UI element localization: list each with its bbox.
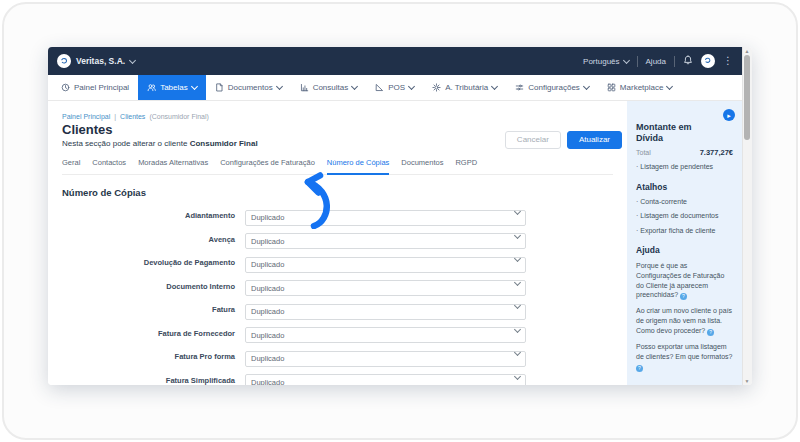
nav-item-label: Configurações	[528, 83, 580, 92]
company-menu[interactable]: Veritas, S.A.	[57, 54, 135, 68]
nav-item-a-tributaria[interactable]: A. Tributária	[423, 75, 506, 100]
form-row: Fatura SimplificadaDuplicado	[62, 371, 613, 386]
chevron-down-icon	[191, 83, 198, 90]
help-item[interactable]: Porque é que as Configurações de Faturaç…	[636, 261, 733, 300]
breadcrumb-current[interactable]: Clientes	[120, 113, 145, 120]
divider	[674, 56, 675, 67]
form-row: AdiantamentoDuplicado	[62, 206, 613, 226]
nav-item-tabelas[interactable]: Tabelas	[138, 75, 206, 100]
fatura-select[interactable]: Duplicado	[245, 304, 526, 320]
window-scrollbar[interactable]: ▲ ▼	[742, 47, 752, 385]
shortcut-link[interactable]: Conta-corrente	[636, 197, 733, 206]
chevron-down-icon	[583, 83, 590, 90]
chart-icon	[300, 83, 309, 92]
app-window: Veritas, S.A. Português Ajuda ⋮	[48, 47, 752, 385]
breadcrumb-home[interactable]: Painel Principal	[62, 113, 110, 120]
form-row: Fatura de FornecedorDuplicado	[62, 324, 613, 344]
main-nav: Painel PrincipalTabelasDocumentosConsult…	[48, 75, 742, 101]
nav-item-label: Consultas	[313, 83, 349, 92]
nav-item-label: Documentos	[228, 83, 273, 92]
fatura-pro-forma-select[interactable]: Duplicado	[245, 351, 526, 367]
tab-moradas-alternativas[interactable]: Moradas Alternativas	[138, 155, 208, 174]
shortcut-link[interactable]: Listagem de documentos	[636, 211, 733, 220]
help-item-text: Posso exportar uma listagem de clientes?…	[636, 343, 733, 360]
fatura-de-fornecedor-select-wrap: Duplicado	[245, 324, 526, 344]
chevron-down-icon	[276, 83, 283, 90]
language-selector[interactable]: Português	[583, 57, 628, 66]
form-row: Fatura Pro formaDuplicado	[62, 347, 613, 367]
divider	[637, 56, 638, 67]
breadcrumb-suffix: (Consumidor Final)	[149, 113, 209, 120]
content: Painel Principal | Clientes (Consumidor …	[48, 101, 742, 385]
nav-item-label: Marketplace	[620, 83, 664, 92]
scroll-down-icon[interactable]: ▼	[743, 378, 751, 384]
field-label-fatura: Fatura	[115, 305, 235, 314]
tax-icon	[432, 83, 441, 92]
pos-icon	[375, 83, 384, 92]
pending-list-link[interactable]: Listagem de pendentes	[636, 162, 733, 171]
shortcut-link[interactable]: Exportar ficha de cliente	[636, 226, 733, 235]
nav-item-configuracoes[interactable]: Configurações	[506, 75, 598, 100]
fatura-de-fornecedor-select[interactable]: Duplicado	[245, 327, 526, 343]
notifications-button[interactable]	[683, 55, 693, 67]
tab-geral[interactable]: Geral	[62, 155, 80, 174]
nav-item-consultas[interactable]: Consultas	[291, 75, 367, 100]
section-title: Número de Cópias	[62, 187, 613, 198]
scrollbar-thumb[interactable]	[744, 55, 750, 140]
fatura-simplificada-select[interactable]: Duplicado	[245, 374, 526, 385]
veritas-logo-icon	[57, 54, 71, 68]
nav-item-painel-principal[interactable]: Painel Principal	[52, 75, 138, 100]
nav-item-marketplace[interactable]: Marketplace	[598, 75, 682, 100]
tab-contactos[interactable]: Contactos	[92, 155, 126, 174]
chevron-down-icon	[408, 83, 415, 90]
form-row: FaturaDuplicado	[62, 300, 613, 320]
tab-numero-de-copias[interactable]: Número de Cópias	[327, 155, 390, 175]
tab-rgpd[interactable]: RGPD	[455, 155, 477, 174]
shortcut-links: Conta-correnteListagem de documentosExpo…	[636, 197, 733, 235]
question-icon: ?	[707, 329, 714, 336]
field-label-avenca: Avença	[115, 235, 235, 244]
tab-configuracoes-de-faturacao[interactable]: Configurações de Faturação	[220, 155, 315, 174]
documento-interno-select[interactable]: Duplicado	[245, 280, 526, 296]
language-label: Português	[583, 57, 619, 66]
field-label-fatura-pro-forma: Fatura Pro forma	[115, 352, 235, 361]
debt-total-label: Total	[636, 149, 651, 156]
update-button[interactable]: Atualizar	[567, 131, 622, 149]
tab-documentos[interactable]: Documentos	[401, 155, 443, 174]
main-panel: Painel Principal | Clientes (Consumidor …	[48, 101, 627, 385]
nav-item-label: Painel Principal	[74, 83, 129, 92]
marketplace-icon	[607, 83, 616, 92]
bell-icon	[683, 55, 693, 65]
company-name: Veritas, S.A.	[76, 56, 125, 66]
breadcrumb: Painel Principal | Clientes (Consumidor …	[62, 113, 613, 120]
help-item[interactable]: Posso exportar uma listagem de clientes?…	[636, 342, 733, 372]
debt-total-value: 7.377,27€	[700, 148, 733, 157]
field-label-documento-interno: Documento Interno	[115, 282, 235, 291]
window-main: Veritas, S.A. Português Ajuda ⋮	[48, 47, 742, 385]
debt-title: Montante em Dívida	[636, 122, 698, 143]
settings-icon	[515, 83, 524, 92]
debt-total-row: Total 7.377,27€	[636, 148, 733, 157]
nav-item-documentos[interactable]: Documentos	[206, 75, 291, 100]
avenca-select[interactable]: Duplicado	[245, 233, 526, 249]
help-link[interactable]: Ajuda	[646, 57, 666, 66]
user-avatar[interactable]	[701, 54, 715, 68]
field-label-devolucao-de-pagamento: Devolução de Pagamento	[115, 258, 235, 267]
nav-item-pos[interactable]: POS	[366, 75, 423, 100]
sidebar-collapse-button[interactable]: ▸	[723, 109, 735, 121]
question-icon: ?	[680, 293, 687, 300]
devolucao-de-pagamento-select-wrap: Duplicado	[245, 253, 526, 273]
cancel-button[interactable]: Cancelar	[505, 131, 561, 149]
shortcuts-title: Atalhos	[636, 182, 733, 192]
devolucao-de-pagamento-select[interactable]: Duplicado	[245, 257, 526, 273]
more-menu-button[interactable]: ⋮	[723, 56, 733, 66]
form-row: Documento InternoDuplicado	[62, 277, 613, 297]
field-label-adiantamento: Adiantamento	[115, 211, 235, 220]
help-item[interactable]: Ao criar um novo cliente o país de orige…	[636, 306, 733, 336]
nav-item-label: POS	[388, 83, 405, 92]
scroll-up-icon[interactable]: ▲	[743, 48, 751, 54]
help-items: Porque é que as Configurações de Faturaç…	[636, 261, 733, 372]
adiantamento-select[interactable]: Duplicado	[245, 210, 526, 226]
form-row: AvençaDuplicado	[62, 230, 613, 250]
adiantamento-select-wrap: Duplicado	[245, 206, 526, 226]
